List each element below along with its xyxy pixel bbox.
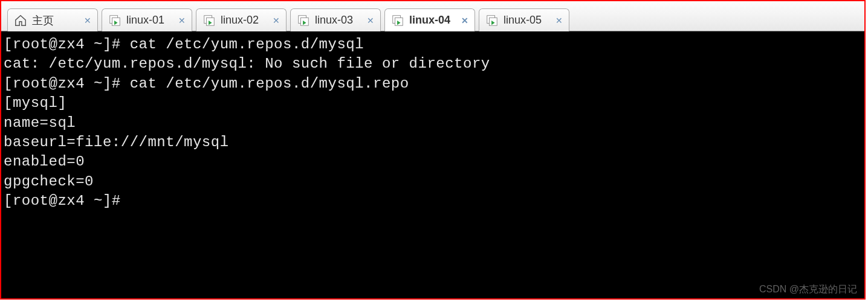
svg-rect-1 [112, 18, 120, 25]
terminal-line: gpgcheck=0 [4, 173, 94, 190]
close-icon[interactable]: ✕ [366, 16, 375, 25]
terminal-line: cat: /etc/yum.repos.d/mysql: No such fil… [4, 56, 490, 72]
close-icon[interactable]: ✕ [83, 16, 92, 25]
tab-label: 主页 [32, 13, 77, 28]
terminal-line: name=sql [4, 115, 76, 131]
tab-linux-04[interactable]: linux-04 ✕ [384, 8, 475, 31]
close-icon[interactable]: ✕ [554, 16, 564, 25]
watermark: CSDN @杰克逊的日记 [759, 283, 857, 296]
close-icon[interactable]: ✕ [460, 16, 470, 25]
tab-label: linux-04 [409, 14, 454, 27]
terminal-line: [root@zx4 ~]# cat /etc/yum.repos.d/mysql [4, 36, 364, 53]
home-icon [14, 14, 27, 27]
tab-label: linux-02 [221, 14, 265, 27]
svg-rect-10 [395, 18, 403, 25]
vm-icon [391, 14, 404, 27]
svg-rect-13 [489, 18, 497, 25]
tab-label: linux-03 [315, 14, 360, 27]
tab-bar: 主页 ✕ linux-01 ✕ linux-02 ✕ linux-03 ✕ [1, 1, 864, 31]
terminal-output[interactable]: [root@zx4 ~]# cat /etc/yum.repos.d/mysql… [1, 31, 864, 298]
terminal-line: enabled=0 [4, 153, 85, 170]
tab-linux-03[interactable]: linux-03 ✕ [290, 8, 381, 31]
close-icon[interactable]: ✕ [177, 16, 187, 25]
tab-label: linux-05 [504, 14, 548, 27]
vm-icon [297, 14, 310, 27]
vm-icon [108, 14, 121, 27]
terminal-line: [root@zx4 ~]# [4, 193, 130, 209]
close-icon[interactable]: ✕ [271, 16, 281, 25]
tab-label: linux-01 [126, 14, 171, 27]
tab-linux-02[interactable]: linux-02 ✕ [196, 8, 287, 31]
terminal-line: baseurl=file:///mnt/mysql [4, 134, 229, 150]
terminal-line: [root@zx4 ~]# cat /etc/yum.repos.d/mysql… [4, 76, 409, 92]
tab-linux-05[interactable]: linux-05 ✕ [479, 8, 569, 31]
vm-window-frame: 主页 ✕ linux-01 ✕ linux-02 ✕ linux-03 ✕ [0, 0, 866, 300]
terminal-line: [mysql] [4, 95, 66, 111]
vm-icon [202, 14, 216, 27]
vm-icon [485, 14, 499, 27]
tab-linux-01[interactable]: linux-01 ✕ [102, 8, 192, 31]
tab-home[interactable]: 主页 ✕ [7, 8, 98, 31]
